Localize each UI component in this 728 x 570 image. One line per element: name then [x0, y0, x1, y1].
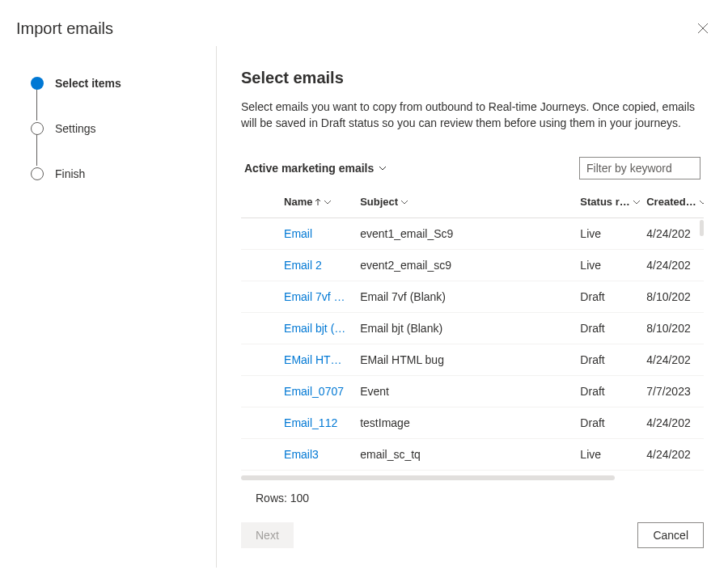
table-row[interactable]: Email 7vf …Email 7vf (Blank)Draft8/10/20…	[241, 281, 704, 313]
table-controls: Active marketing emails	[241, 157, 704, 179]
email-name-link[interactable]: EMail HT…	[284, 353, 350, 366]
column-label: Subject	[360, 196, 398, 208]
step-select-items[interactable]: Select items	[31, 65, 216, 111]
column-header-checkbox[interactable]	[241, 188, 279, 218]
email-status: Live	[575, 439, 641, 471]
step-bullet-pending-icon	[31, 122, 44, 135]
email-status: Live	[575, 218, 641, 250]
table-row[interactable]: EMail HT…EMail HTML bugDraft4/24/202	[241, 344, 704, 376]
email-table-wrap: Name	[241, 188, 704, 568]
email-status: Draft	[575, 281, 641, 313]
table-row[interactable]: Emailevent1_email_Sc9Live4/24/202	[241, 218, 704, 250]
column-label: Name	[284, 196, 312, 208]
email-created: 4/24/202	[641, 407, 704, 439]
email-subject: event1_email_Sc9	[355, 218, 575, 250]
email-created: 4/24/202	[641, 344, 704, 376]
column-label: Created…	[646, 196, 696, 208]
import-emails-dialog: Import emails Select items Settings	[0, 0, 728, 570]
email-created: 4/24/202	[641, 439, 704, 471]
sort-ascending-icon	[315, 198, 321, 206]
email-status: Draft	[575, 376, 641, 407]
table-header-row: Name	[241, 188, 704, 218]
chevron-down-icon	[379, 164, 387, 172]
email-name-link[interactable]: Email3	[284, 448, 350, 461]
page-title: Select emails	[241, 69, 704, 87]
column-header-subject[interactable]: Subject	[355, 188, 575, 218]
step-bullet-pending-icon	[31, 167, 44, 180]
table-row[interactable]: Email_0707EventDraft7/7/2023	[241, 376, 704, 407]
step-finish[interactable]: Finish	[31, 156, 216, 201]
view-selector-label: Active marketing emails	[244, 162, 374, 175]
email-status: Draft	[575, 344, 641, 376]
cancel-button[interactable]: Cancel	[637, 522, 704, 548]
chevron-down-icon	[400, 198, 408, 206]
chevron-down-icon	[699, 198, 704, 206]
table-row[interactable]: Email bjt (…Email bjt (Blank)Draft8/10/2…	[241, 313, 704, 344]
table-row[interactable]: Email 2event2_email_sc9Live4/24/202	[241, 250, 704, 281]
filter-input[interactable]	[579, 157, 700, 179]
email-status: Draft	[575, 407, 641, 439]
column-label: Status r…	[580, 196, 629, 208]
email-name-link[interactable]: Email 2	[284, 259, 350, 272]
email-name-link[interactable]: Email 7vf …	[284, 290, 350, 303]
close-button[interactable]	[694, 19, 712, 40]
step-settings[interactable]: Settings	[31, 111, 216, 156]
email-name-link[interactable]: Email_0707	[284, 385, 350, 398]
dialog-title: Import emails	[16, 19, 113, 38]
vertical-scrollbar[interactable]	[700, 220, 704, 236]
email-subject: email_sc_tq	[355, 439, 575, 471]
email-name-link[interactable]: Email	[284, 227, 350, 240]
email-name-link[interactable]: Email bjt (…	[284, 322, 350, 335]
dialog-header: Import emails	[0, 0, 728, 46]
column-header-created[interactable]: Created…	[641, 188, 704, 218]
dialog-footer: Next Cancel	[241, 522, 704, 548]
view-selector[interactable]: Active marketing emails	[244, 162, 387, 175]
email-name-link[interactable]: Email_112	[284, 416, 350, 429]
table-row[interactable]: Email_112testImageDraft4/24/202	[241, 407, 704, 439]
next-button[interactable]: Next	[241, 522, 294, 548]
page-description: Select emails you want to copy from outb…	[241, 99, 704, 131]
email-created: 8/10/202	[641, 281, 704, 313]
column-header-status[interactable]: Status r…	[575, 188, 641, 218]
email-status: Live	[575, 250, 641, 281]
email-subject: Email 7vf (Blank)	[355, 281, 575, 313]
chevron-down-icon	[324, 198, 332, 206]
step-label: Select items	[55, 77, 121, 90]
close-icon	[697, 24, 709, 36]
main-panel: Select emails Select emails you want to …	[217, 46, 728, 568]
column-header-name[interactable]: Name	[279, 188, 355, 218]
email-subject: testImage	[355, 407, 575, 439]
step-list: Select items Settings Finish	[31, 65, 216, 201]
email-status: Draft	[575, 313, 641, 344]
step-label: Settings	[55, 122, 96, 135]
email-created: 8/10/202	[641, 313, 704, 344]
chevron-down-icon	[633, 198, 641, 206]
step-label: Finish	[55, 167, 85, 180]
email-subject: event2_email_sc9	[355, 250, 575, 281]
email-created: 4/24/202	[641, 218, 704, 250]
email-subject: Email bjt (Blank)	[355, 313, 575, 344]
email-subject: EMail HTML bug	[355, 344, 575, 376]
email-created: 7/7/2023	[641, 376, 704, 407]
dialog-body: Select items Settings Finish Select emai…	[0, 46, 728, 568]
row-count-label: Rows: 100	[241, 480, 704, 509]
email-table: Name	[241, 188, 704, 471]
step-bullet-active-icon	[31, 77, 44, 90]
email-subject: Event	[355, 376, 575, 407]
email-created: 4/24/202	[641, 250, 704, 281]
table-row[interactable]: Email3email_sc_tqLive4/24/202	[241, 439, 704, 471]
wizard-steps-sidebar: Select items Settings Finish	[0, 46, 217, 568]
